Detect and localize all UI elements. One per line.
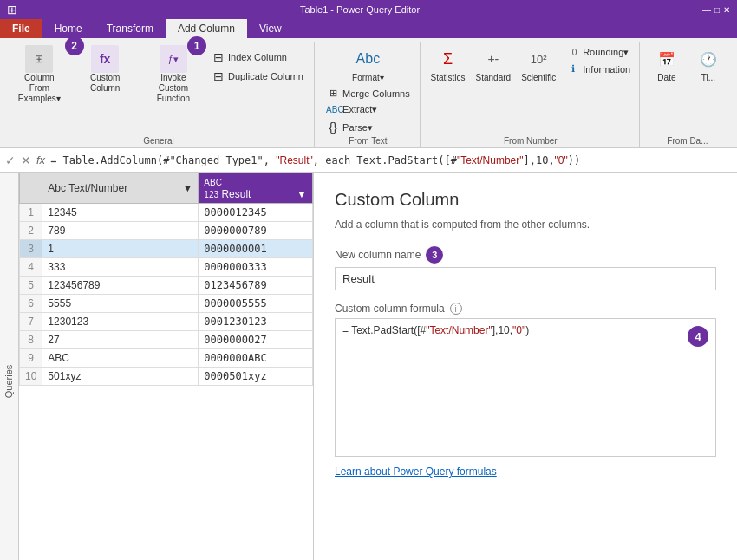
row-num: 2	[20, 222, 42, 240]
table-row[interactable]: 6 5555 0000005555	[20, 295, 313, 313]
badge-2: 2	[65, 36, 84, 55]
standard-button[interactable]: +- Standard	[473, 43, 515, 84]
row-num: 4	[20, 258, 42, 277]
window-controls[interactable]: — □ ✕	[702, 5, 730, 15]
table-row[interactable]: 9 ABC 0000000ABC	[20, 349, 313, 368]
parse-button[interactable]: {} Parse▾	[323, 119, 414, 136]
main-area: Queries Abc Text/Number ▼ ABC123 Result …	[0, 173, 737, 560]
tab-transform[interactable]: Transform	[95, 19, 166, 38]
learn-link[interactable]: Learn about Power Query formulas	[335, 466, 716, 478]
formula-editor[interactable]: = Text.PadStart([#"Text/Number"],10,"0")…	[335, 318, 716, 457]
row-num: 8	[20, 331, 42, 349]
column-name-input[interactable]	[335, 267, 716, 290]
col-result-header[interactable]: ABC123 Result ▼	[199, 173, 313, 204]
from-text-label: From Text	[349, 136, 387, 147]
format-button[interactable]: Abc Format▾	[323, 43, 414, 84]
table-row[interactable]: 10 501xyz 0000501xyz	[20, 368, 313, 386]
title-bar: ⊞ Table1 - Power Query Editor — □ ✕	[0, 0, 737, 19]
scientific-button[interactable]: 10² Scientific	[518, 43, 559, 84]
tab-home[interactable]: Home	[42, 19, 95, 38]
fx-label: fx	[36, 153, 45, 166]
data-table: Abc Text/Number ▼ ABC123 Result ▼ 1 1234…	[19, 173, 313, 386]
formula-cancel-btn[interactable]: ✕	[21, 153, 31, 167]
result-value: 0000000027	[199, 331, 313, 349]
panel-description: Add a column that is computed from the o…	[335, 218, 716, 231]
custom-column-panel: Custom Column Add a column that is compu…	[314, 173, 737, 560]
table-row[interactable]: 3 1 0000000001	[20, 240, 313, 258]
date-button[interactable]: 📅 Date	[648, 43, 686, 84]
col-text-header[interactable]: Abc Text/Number ▼	[42, 173, 199, 204]
text-value: 123456789	[42, 277, 199, 295]
general-buttons: ⊞ Column FromExamples▾ fx Custom Column …	[10, 43, 307, 136]
from-text-buttons: Abc Format▾ ⊞ Merge Columns ABC Extract▾…	[323, 43, 414, 136]
from-number-buttons: Σ Statistics +- Standard 10² Scientific …	[427, 43, 635, 136]
column-examples-icon: ⊞	[25, 45, 53, 73]
formula-check-btn[interactable]: ✓	[5, 153, 16, 167]
index-column-button[interactable]: ⊟ Index Column	[208, 49, 307, 66]
table-row[interactable]: 7 1230123 0001230123	[20, 313, 313, 331]
merge-columns-button[interactable]: ⊞ Merge Columns	[323, 86, 414, 101]
result-value: 0123456789	[199, 277, 313, 295]
column-from-examples-button[interactable]: ⊞ Column FromExamples▾	[10, 43, 68, 106]
duplicate-column-button[interactable]: ⊟ Duplicate Column	[208, 68, 307, 85]
statistics-button[interactable]: Σ Statistics	[427, 43, 469, 84]
col-text-dropdown[interactable]: ▼	[182, 182, 192, 194]
minimize-btn[interactable]: —	[702, 5, 711, 15]
badge-1: 1	[187, 36, 206, 55]
time-button[interactable]: 🕐 Ti...	[689, 43, 727, 84]
tab-add-column[interactable]: Add Column	[166, 19, 247, 38]
row-num: 7	[20, 313, 42, 331]
col-num-header	[20, 173, 42, 204]
text-value: 5555	[42, 295, 199, 313]
col-result-dropdown[interactable]: ▼	[297, 188, 307, 200]
table-row[interactable]: 2 789 0000000789	[20, 222, 313, 240]
statistics-icon: Σ	[434, 45, 462, 73]
result-value: 0000501xyz	[199, 368, 313, 386]
date-icon: 📅	[653, 45, 681, 73]
table-row[interactable]: 8 27 0000000027	[20, 331, 313, 349]
ribbon-group-from-date: 📅 Date 🕐 Ti... From Da...	[642, 42, 734, 147]
index-icon: ⊟	[212, 50, 225, 64]
queries-sidebar: Queries	[0, 173, 19, 560]
table-row[interactable]: 4 333 0000000333	[20, 258, 313, 277]
row-num: 5	[20, 277, 42, 295]
badge-4: 4	[688, 326, 708, 347]
information-button[interactable]: ℹ Information	[563, 62, 634, 76]
custom-column-wrapper: fx Custom Column 2	[72, 43, 139, 95]
from-number-label: From Number	[504, 136, 558, 147]
row-num: 10	[20, 368, 42, 386]
rounding-icon: .0	[566, 48, 580, 57]
tab-view[interactable]: View	[247, 19, 294, 38]
formula-info-icon[interactable]: i	[450, 303, 462, 315]
extract-button[interactable]: ABC Extract▾	[323, 102, 414, 117]
ribbon-group-from-text: Abc Format▾ ⊞ Merge Columns ABC Extract▾…	[316, 42, 421, 147]
invoke-icon: ƒ▾	[160, 45, 187, 73]
maximize-btn[interactable]: □	[714, 5, 720, 15]
parse-icon: {}	[326, 120, 340, 134]
index-duplicate-group: ⊟ Index Column ⊟ Duplicate Column	[208, 49, 307, 85]
row-num: 3	[20, 240, 42, 258]
text-value: 501xyz	[42, 368, 199, 386]
ribbon-content: ⊞ Column FromExamples▾ fx Custom Column …	[0, 38, 737, 147]
table-row[interactable]: 1 12345 0000012345	[20, 204, 313, 222]
table-row[interactable]: 5 123456789 0123456789	[20, 277, 313, 295]
time-icon: 🕐	[695, 45, 722, 73]
tab-file[interactable]: File	[0, 19, 42, 38]
custom-column-icon: fx	[91, 45, 119, 73]
close-btn[interactable]: ✕	[723, 5, 730, 15]
result-value: 0000012345	[199, 204, 313, 222]
text-value: 789	[42, 222, 199, 240]
result-value: 0000000001	[199, 240, 313, 258]
queries-label: Queries	[4, 365, 15, 399]
result-value: 0000005555	[199, 295, 313, 313]
merge-icon: ⊞	[326, 88, 340, 99]
row-num: 6	[20, 295, 42, 313]
scientific-icon: 10²	[525, 45, 552, 73]
text-value: 1	[42, 240, 199, 258]
result-value: 0000000789	[199, 222, 313, 240]
ribbon: File Home Transform Add Column View ⊞ Co…	[0, 19, 737, 148]
ribbon-group-general: ⊞ Column FromExamples▾ fx Custom Column …	[3, 42, 315, 147]
rounding-button[interactable]: .0 Rounding▾	[563, 45, 634, 60]
ribbon-tabs: File Home Transform Add Column View	[0, 19, 737, 38]
result-value: 0000000333	[199, 258, 313, 277]
